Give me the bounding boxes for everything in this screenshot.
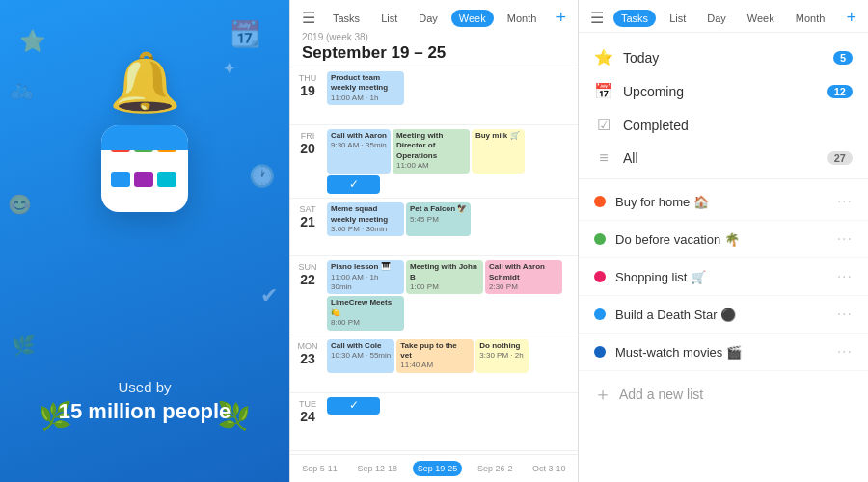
add-icon: ＋ [594, 383, 611, 406]
section-completed[interactable]: ☑ Completed [579, 108, 868, 142]
clock-icon: 🕐 [249, 164, 275, 189]
more-icon-vacation[interactable]: ··· [837, 230, 853, 248]
day-events-thu: Product team weekly meeting 11:00 AM · 1… [325, 67, 578, 124]
cal-cell-green [134, 137, 153, 152]
promo-calendar-main [101, 125, 188, 212]
week-nav-sep12[interactable]: Sep 12-18 [353, 461, 403, 476]
event-limecrew[interactable]: LimeCrew Meets 🍋 8:00 PM [327, 296, 404, 330]
hamburger-icon-tasks[interactable]: ☰ [590, 9, 604, 27]
calendar-body: Thu 19 Product team weekly meeting 11:00… [290, 67, 578, 454]
star-icon2: ✦ [222, 58, 236, 79]
event-checked-tue[interactable]: ✓ [327, 397, 380, 415]
section-upcoming[interactable]: 📅 Upcoming 12 [579, 74, 868, 108]
more-icon-buy-home[interactable]: ··· [837, 193, 853, 210]
tab-list-cal[interactable]: List [373, 10, 405, 27]
week-nav-sep19[interactable]: Sep 19-25 [413, 461, 463, 476]
event-buy-milk[interactable]: Buy milk 🛒 [472, 129, 525, 174]
cal-cell-teal [157, 172, 176, 187]
tab-tasks-cal[interactable]: Tasks [325, 10, 367, 27]
event-call-aaron-schmidt[interactable]: Call with Aaron Schmidt 2:30 PM [485, 260, 562, 294]
week-nav-sep5[interactable]: Sep 5-11 [297, 461, 342, 476]
dot-shopping [594, 271, 606, 282]
event-product-team[interactable]: Product team weekly meeting 11:00 AM · 1… [327, 71, 404, 105]
event-director[interactable]: Meeting with Director of Operations 11:0… [393, 129, 470, 174]
section-all-label: All [623, 150, 818, 166]
bike-icon: 🚲 [10, 77, 34, 100]
list-item[interactable]: Buy for home 🏠 ··· [579, 183, 868, 221]
list-item[interactable]: Shopping list 🛒 ··· [579, 258, 868, 296]
tab-tasks[interactable]: Tasks [613, 10, 656, 27]
promo-calendar-icon [101, 125, 188, 212]
section-all[interactable]: ≡ All 27 [579, 142, 868, 174]
list-item[interactable]: Must-watch movies 🎬 ··· [579, 334, 868, 371]
event-vet[interactable]: Take pup to the vet 11:40 AM [396, 339, 474, 373]
dot-buy-home [594, 196, 606, 207]
star-icon-today: ⭐ [594, 48, 613, 67]
more-icon-shopping[interactable]: ··· [837, 268, 853, 285]
table-row: Tue 24 ✓ [290, 393, 578, 451]
section-today[interactable]: ⭐ Today 5 [579, 40, 868, 74]
list-label-shopping: Shopping list 🛒 [615, 270, 827, 284]
cal-cell-purple [134, 172, 153, 187]
checkmark-icon: ✔ [260, 283, 278, 308]
tab-month-cal[interactable]: Month [500, 10, 545, 27]
tab-week-cal[interactable]: Week [451, 10, 494, 27]
tab-list[interactable]: List [662, 10, 693, 27]
section-upcoming-label: Upcoming [623, 84, 818, 99]
add-list-label: Add a new list [619, 387, 703, 402]
cal-cell-orange [157, 137, 176, 152]
add-list-button[interactable]: ＋ Add a new list [579, 371, 868, 417]
week-nav-sep26[interactable]: Sep 26-2 [473, 461, 518, 476]
add-event-button[interactable]: + [556, 8, 566, 28]
section-today-badge: 5 [833, 51, 853, 65]
tab-day-cal[interactable]: Day [411, 10, 446, 27]
list-item[interactable]: Do before vacation 🌴 ··· [579, 221, 868, 258]
cal-week-label: 2019 (week 38) [302, 32, 566, 42]
list-label-vacation: Do before vacation 🌴 [615, 232, 827, 247]
calendar-header: ☰ Tasks List Day Week Month + 2019 (week… [290, 0, 578, 67]
event-call-aaron[interactable]: Call with Aaron 9:30 AM · 35min [327, 129, 391, 174]
promo-million: 15 million people [59, 399, 231, 424]
week-nav-oct3[interactable]: Oct 3-10 [528, 461, 571, 476]
add-task-button[interactable]: + [846, 8, 856, 28]
star-icon: ⭐ [19, 29, 45, 54]
more-icon-death-star[interactable]: ··· [837, 306, 853, 323]
event-meme-squad[interactable]: Meme squad weekly meeting 3:00 PM · 30mi… [327, 202, 404, 236]
tasks-panel: ☰ Tasks List Day Week Month + ⭐ Today 5 … [579, 0, 868, 482]
table-row: Fri 20 Call with Aaron 9:30 AM · 35min M… [290, 125, 578, 199]
promo-text: Used by 15 million people [59, 379, 231, 424]
event-send-tesla[interactable]: ✓ [327, 175, 380, 195]
dot-movies [594, 346, 606, 358]
tasks-header: ☰ Tasks List Day Week Month + [579, 0, 868, 33]
promo-used-by: Used by [59, 379, 231, 395]
tab-month[interactable]: Month [788, 10, 833, 27]
smiley-icon: 😊 [8, 193, 32, 216]
section-today-label: Today [623, 50, 824, 66]
more-icon-movies[interactable]: ··· [837, 343, 853, 361]
event-meeting-john[interactable]: Meeting with John B 1:00 PM [406, 260, 483, 294]
table-row: Sat 21 Meme squad weekly meeting 3:00 PM… [290, 199, 578, 256]
section-all-badge: 27 [827, 151, 853, 165]
list-item[interactable]: Build a Death Star ⚫ ··· [579, 296, 868, 334]
tab-week[interactable]: Week [740, 10, 782, 27]
hamburger-icon[interactable]: ☰ [302, 9, 315, 27]
tab-day[interactable]: Day [699, 10, 734, 27]
list-label-buy-home: Buy for home 🏠 [615, 195, 827, 209]
bell-icon: 🔔 [109, 48, 181, 117]
calendar-panel: ☰ Tasks List Day Week Month + 2019 (week… [289, 0, 579, 482]
list-label-death-star: Build a Death Star ⚫ [615, 308, 827, 322]
list-label-movies: Must-watch movies 🎬 [615, 345, 827, 360]
day-events-sat: Meme squad weekly meeting 3:00 PM · 30mi… [325, 199, 578, 255]
event-do-nothing[interactable]: Do nothing 3:30 PM · 2h [475, 339, 529, 373]
dot-vacation [594, 233, 606, 245]
day-label-sat: Sat 21 [290, 199, 325, 255]
cal-cell-blue [111, 172, 130, 187]
calendar-icon-upcoming: 📅 [594, 82, 613, 100]
section-upcoming-badge: 12 [827, 85, 853, 98]
event-piano[interactable]: Piano lesson 🎹 11:00 AM · 1h 30min [327, 260, 404, 294]
cal-cell-red [111, 137, 130, 152]
task-divider [579, 178, 868, 179]
event-call-cole[interactable]: Call with Cole 10:30 AM · 55min [327, 339, 394, 373]
table-row: Sun 22 Piano lesson 🎹 11:00 AM · 1h 30mi… [290, 256, 578, 335]
event-pet-falcon[interactable]: Pet a Falcon 🦅 5:45 PM [406, 202, 471, 236]
